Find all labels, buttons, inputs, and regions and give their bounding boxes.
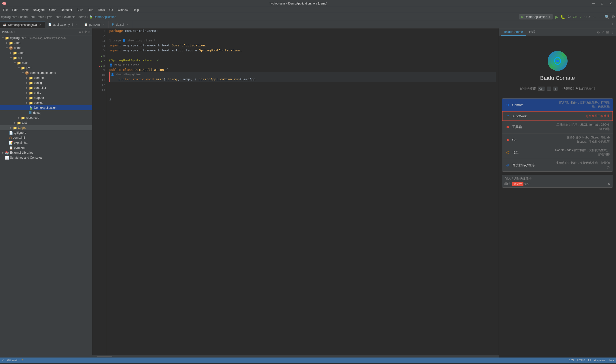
tree-item-comexampledemo[interactable]: ▼ 📦 com.example.demo <box>0 70 92 75</box>
tree-item-config[interactable]: ▶ 📁 config <box>0 80 92 85</box>
forward-button[interactable]: → <box>599 15 603 19</box>
status-line-ending[interactable]: LF <box>588 359 591 362</box>
breadcrumb-part-3[interactable]: src <box>31 15 35 19</box>
send-button[interactable]: ➤ <box>608 182 611 186</box>
code-area[interactable]: package com.example.demo; 1 usage 👤 zhao… <box>106 28 499 355</box>
panel-icon-expand[interactable]: ⤢ <box>602 30 605 34</box>
maximize-button[interactable]: □ <box>599 1 605 6</box>
tree-item-scratches[interactable]: 📊 Scratches and Consoles <box>0 155 92 160</box>
tree-item-main[interactable]: ▼ 📁 main <box>0 60 92 65</box>
tree-item-dp-sql[interactable]: 🗄 dp.sql <box>0 110 92 115</box>
sidebar-icon-sort[interactable]: ↕ <box>82 30 84 33</box>
search-everywhere-button[interactable]: 🔍 <box>605 14 610 19</box>
panel-icon-menu[interactable]: ⋮ <box>611 30 614 34</box>
tree-item-idea[interactable]: ▶ 📁 .idea <box>0 40 92 45</box>
fold-icon-3[interactable]: ▾ <box>102 40 103 42</box>
back-button[interactable]: ← <box>593 15 597 19</box>
tree-item-idea2[interactable]: ▶ 📁 .idea <box>0 50 92 55</box>
tab-close-sql[interactable]: ✕ <box>125 23 129 26</box>
tree-item-demo[interactable]: ▼ 📦 demo <box>0 45 92 50</box>
run-config-dropdown[interactable]: ▶ DemoApplication ▼ <box>519 14 553 19</box>
menu-refactor[interactable]: Refactor <box>59 8 74 12</box>
breadcrumb-part-1[interactable]: myblog-ssm <box>1 15 17 19</box>
tab-close-pom[interactable]: ✕ <box>102 23 106 26</box>
menu-build[interactable]: Build <box>75 8 85 12</box>
menu-window[interactable]: Window <box>116 8 130 12</box>
panel-icon-grid[interactable]: ⊞ <box>606 30 609 34</box>
status-git-branch[interactable]: Git: main <box>7 359 18 362</box>
tree-item-service[interactable]: ▶ 📁 service <box>0 100 92 105</box>
tree-item-demo-iml[interactable]: ⬡ demo.iml <box>0 135 92 140</box>
breadcrumb-part-demo-application[interactable]: 🍃 DemoApplication <box>89 15 116 19</box>
tree-item-pom-xml[interactable]: 📋 pom.xml <box>0 145 92 150</box>
status-indent[interactable]: 4 spaces <box>594 359 605 362</box>
breadcrumb-part-5[interactable]: java <box>47 15 53 19</box>
status-line-col[interactable]: 8:72 <box>569 359 574 362</box>
status-git[interactable]: ✓ <box>2 359 4 362</box>
breadcrumb-part-7[interactable]: example <box>64 15 75 19</box>
plugin-item-toolbox[interactable]: ✖ 工具箱 工具箱能力汇总，JSON-format，JSON-to-tsc等 <box>502 121 613 133</box>
menu-help[interactable]: Help <box>131 8 141 12</box>
tab-demoapplication-java[interactable]: ☕ DemoApplication.java ✕ <box>0 21 45 28</box>
tab-pom-xml[interactable]: 📋 pom.xml ✕ <box>81 21 109 28</box>
breadcrumb-part-8[interactable]: demo <box>79 15 86 19</box>
run-button[interactable]: ▶ <box>555 14 558 20</box>
toolbar-icon-1[interactable]: ⚙ <box>567 14 571 19</box>
plugin-item-comate[interactable]: ⊙ Comate 官方能力插件，支持函数注释、行间注释、代码解释 <box>502 99 613 111</box>
menu-tools[interactable]: Tools <box>96 8 107 12</box>
run-gutter-7[interactable]: ▶ <box>101 60 103 62</box>
breadcrumb-part-6[interactable]: com <box>56 15 61 19</box>
panel-icon-settings[interactable]: ⚙ <box>597 30 600 34</box>
tree-item-test[interactable]: ▶ 📁 test <box>0 120 92 125</box>
tree-item-gitignore[interactable]: 📄 .gitignore <box>0 130 92 135</box>
close-button[interactable]: ✕ <box>608 1 614 6</box>
editor-overflow-menu[interactable]: ⋮ <box>609 23 616 26</box>
tree-item-myblog-ssm[interactable]: ▼ 📁 myblog-ssm D:\Code\blog_system\myblo… <box>0 35 92 40</box>
tree-item-external-libraries[interactable]: ▶ 📚 External Libraries <box>0 150 92 155</box>
tab-dp-sql[interactable]: 🗄 dp.sql ✕ <box>109 21 132 28</box>
tree-item-target[interactable]: ▶ 📁 target <box>0 125 92 130</box>
menu-navigate[interactable]: Navigate <box>31 8 47 12</box>
run-gutter-8[interactable]: ▶ <box>101 65 103 67</box>
tree-item-mapper[interactable]: ▶ 📁 mapper <box>0 95 92 100</box>
menu-git[interactable]: Git <box>107 8 115 12</box>
breakpoint-8[interactable]: ● <box>99 65 100 67</box>
breadcrumb-part-2[interactable]: demo <box>20 15 28 19</box>
git-icons[interactable]: ↑↓⟳ <box>584 15 591 19</box>
sidebar-icon-settings[interactable]: ⚙ <box>84 30 87 33</box>
scrollbar-thumb-h[interactable] <box>97 356 112 357</box>
plugin-item-autowork[interactable]: ⊙ AutoWork 可交互的工程助理 <box>502 111 613 121</box>
tree-item-resources[interactable]: ▶ 📁 resources <box>0 115 92 120</box>
tab-dialogue[interactable]: 对话 <box>526 28 538 36</box>
menu-view[interactable]: View <box>20 8 30 12</box>
tab-close-yml[interactable]: ✕ <box>74 23 78 26</box>
sidebar-icon-expand[interactable]: ⊞ <box>79 30 81 33</box>
status-encoding[interactable]: UTF-8 <box>577 359 585 362</box>
tree-item-src[interactable]: ▼ 📁 src <box>0 55 92 60</box>
menu-code[interactable]: Code <box>47 8 58 12</box>
plugin-item-git[interactable]: ◆ Git 支持创建GitHub、Gitee、GitLab Issues、生成提… <box>502 133 613 146</box>
tree-item-java[interactable]: ▼ 📁 java <box>0 65 92 70</box>
tree-item-explain-txt[interactable]: 📝 explain.txt <box>0 140 92 145</box>
run-gutter-6[interactable]: ▶ <box>101 55 103 57</box>
plugin-item-wenxin[interactable]: ⬡ 飞桨 PaddlePaddle官方插件，支持代码生成、智能问答 <box>502 146 613 159</box>
breadcrumb-part-4[interactable]: main <box>38 15 44 19</box>
plugin-item-miniprogram[interactable]: ⊙ 百度智能小程序 小程序官方插件，支持代码生成、智能问答 <box>502 159 613 171</box>
horizontal-scrollbar[interactable] <box>92 355 499 358</box>
tab-baidu-comate[interactable]: Baidu Comate <box>501 28 526 36</box>
status-lang[interactable]: Java <box>608 359 614 362</box>
tree-item-common[interactable]: ▶ 📁 common <box>0 75 92 80</box>
command-tag-plugin[interactable]: @插件 <box>512 182 523 186</box>
fold-icon-4[interactable]: ▾ <box>102 45 103 47</box>
tab-application-yml[interactable]: 📄 application.yml ✕ <box>45 21 81 28</box>
sidebar-icon-close[interactable]: ✕ <box>88 30 90 33</box>
settings-button[interactable]: ⚙ <box>612 14 615 19</box>
menu-edit[interactable]: Edit <box>10 8 19 12</box>
tree-item-controller[interactable]: ▶ 📁 controller <box>0 85 92 90</box>
menu-file[interactable]: File <box>1 8 10 12</box>
tab-close-demoapplication[interactable]: ✕ <box>38 23 42 27</box>
menu-run[interactable]: Run <box>86 8 95 12</box>
tree-item-DemoApplication[interactable]: 🍃 DemoApplication <box>0 105 92 110</box>
minimize-button[interactable]: — <box>590 1 597 6</box>
tree-item-entity[interactable]: ▶ 📁 entity <box>0 90 92 95</box>
